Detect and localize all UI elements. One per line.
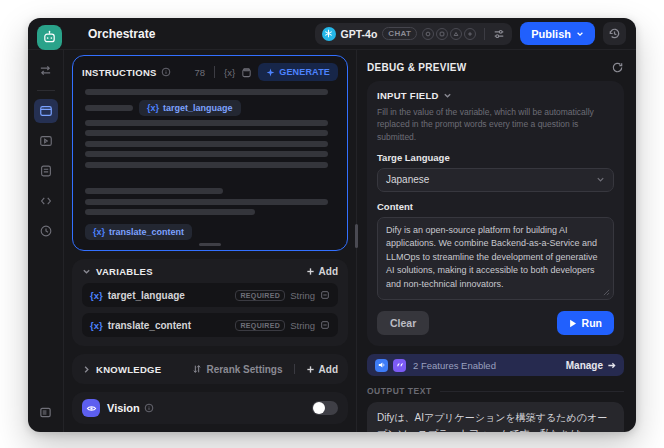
model-name: GPT-4o bbox=[341, 28, 378, 40]
model-selector[interactable]: GPT-4o CHAT bbox=[315, 23, 513, 45]
arrow-right-icon bbox=[607, 361, 616, 370]
chevron-right-icon[interactable] bbox=[82, 365, 91, 374]
app-switcher-icon[interactable] bbox=[34, 58, 58, 82]
variable-row[interactable]: {x} target_language REQUIRED String bbox=[82, 283, 338, 307]
capability-icon bbox=[422, 28, 434, 40]
capability-icon bbox=[464, 28, 476, 40]
instructions-editor[interactable]: INSTRUCTIONS 78 {x} GENERATE bbox=[72, 55, 348, 251]
refresh-icon[interactable] bbox=[611, 61, 624, 74]
publish-button[interactable]: Publish bbox=[520, 22, 595, 45]
left-icon-sidebar bbox=[28, 50, 64, 432]
top-bar: Orchestrate GPT-4o CHAT bbox=[28, 18, 636, 50]
add-variable-button[interactable]: Add bbox=[306, 266, 338, 277]
sidebar-item-history[interactable] bbox=[34, 219, 58, 243]
rerank-icon bbox=[192, 364, 202, 374]
manage-label: Manage bbox=[566, 360, 603, 371]
model-params-icon[interactable] bbox=[493, 28, 505, 40]
model-mode-badge: CHAT bbox=[382, 27, 417, 40]
knowledge-title: KNOWLEDGE bbox=[96, 364, 161, 375]
clear-button[interactable]: Clear bbox=[377, 311, 429, 335]
redacted-text-line bbox=[85, 162, 328, 168]
variable-type: String bbox=[290, 320, 315, 331]
target-language-select[interactable]: Japanese bbox=[377, 168, 614, 192]
divider bbox=[214, 66, 215, 78]
input-field-header[interactable]: INPUT FIELD bbox=[377, 90, 614, 101]
openai-logo-icon bbox=[322, 27, 336, 41]
sidebar-item-logs[interactable] bbox=[34, 159, 58, 183]
variables-section: VARIABLES Add {x} target_language REQUIR… bbox=[72, 259, 348, 346]
model-capability-icons bbox=[422, 28, 476, 40]
instructions-content: {x} target_language {x} bbox=[73, 85, 347, 240]
output-text-header: OUTPUT TEXT bbox=[367, 386, 624, 396]
variable-name: translate_content bbox=[108, 320, 191, 331]
plus-icon bbox=[306, 365, 315, 374]
variable-settings-icon[interactable] bbox=[320, 320, 330, 330]
collapse-panel-icon[interactable] bbox=[34, 400, 58, 424]
sidebar-item-preview[interactable] bbox=[34, 129, 58, 153]
capability-icon bbox=[450, 28, 462, 40]
add-label: Add bbox=[319, 364, 338, 375]
insert-variable-button[interactable]: {x} bbox=[224, 67, 235, 78]
eye-icon bbox=[82, 399, 100, 417]
citation-feature-icon bbox=[393, 359, 406, 372]
variables-title: VARIABLES bbox=[96, 266, 153, 277]
token-count: 78 bbox=[195, 67, 206, 78]
info-icon bbox=[161, 67, 171, 77]
play-icon bbox=[569, 319, 577, 328]
app-window: Orchestrate GPT-4o CHAT bbox=[28, 18, 636, 432]
topbar-actions: GPT-4o CHAT Publish bbox=[315, 22, 626, 45]
content-textarea[interactable]: Dify is an open-source platform for buil… bbox=[377, 217, 614, 301]
variable-token: {x} bbox=[90, 320, 103, 331]
page-title: Orchestrate bbox=[88, 27, 155, 41]
required-badge: REQUIRED bbox=[235, 320, 285, 331]
variable-chip[interactable]: {x} target_language bbox=[139, 100, 241, 116]
select-value: Japanese bbox=[386, 174, 429, 185]
output-text: Difyは、AIアプリケーションを構築するためのオープンソースプラットフォームで… bbox=[377, 410, 614, 432]
chevron-down-icon bbox=[596, 175, 605, 184]
generate-button[interactable]: GENERATE bbox=[258, 63, 338, 81]
vision-toggle[interactable] bbox=[312, 401, 338, 415]
sidebar-item-api[interactable] bbox=[34, 189, 58, 213]
instructions-title: INSTRUCTIONS bbox=[82, 67, 157, 78]
resize-handle[interactable] bbox=[199, 243, 221, 246]
plus-icon bbox=[306, 267, 315, 276]
knowledge-section: KNOWLEDGE Rerank Settings Add bbox=[72, 354, 348, 384]
divider bbox=[37, 90, 55, 91]
publish-label: Publish bbox=[531, 28, 571, 40]
redacted-text-line bbox=[85, 188, 223, 194]
version-history-button[interactable] bbox=[603, 22, 626, 45]
variable-token: {x} bbox=[93, 227, 105, 237]
output-text-title: OUTPUT TEXT bbox=[367, 386, 432, 396]
input-field-title: INPUT FIELD bbox=[377, 90, 439, 101]
sparkle-icon bbox=[266, 68, 275, 77]
output-result-card: Difyは、AIアプリケーションを構築するためのオープンソースプラットフォームで… bbox=[367, 402, 624, 432]
copy-icon[interactable] bbox=[241, 67, 252, 78]
sidebar-item-orchestrate[interactable] bbox=[34, 99, 58, 123]
features-banner[interactable]: 2 Features Enabled Manage bbox=[367, 354, 624, 376]
variable-chip[interactable]: {x} translate_content bbox=[85, 224, 192, 240]
variable-chip-label: target_language bbox=[163, 103, 233, 113]
redacted-text-line bbox=[85, 209, 255, 215]
capability-icon bbox=[436, 28, 448, 40]
run-button[interactable]: Run bbox=[557, 311, 614, 335]
required-badge: REQUIRED bbox=[235, 290, 285, 301]
orchestrate-panel: INSTRUCTIONS 78 {x} GENERATE bbox=[64, 50, 356, 432]
chevron-down-icon[interactable] bbox=[82, 267, 91, 276]
vision-title: Vision bbox=[107, 402, 140, 414]
redacted-text-line bbox=[85, 141, 328, 147]
app-robot-icon[interactable] bbox=[37, 25, 62, 50]
generate-label: GENERATE bbox=[279, 67, 330, 77]
resize-corner-icon[interactable] bbox=[603, 289, 610, 296]
rerank-settings-button[interactable]: Rerank Settings bbox=[192, 364, 282, 375]
add-knowledge-button[interactable]: Add bbox=[306, 364, 338, 375]
run-label: Run bbox=[582, 317, 602, 329]
panel-resize-handle[interactable] bbox=[355, 224, 358, 248]
variable-settings-icon[interactable] bbox=[320, 290, 330, 300]
redacted-text-line bbox=[85, 151, 328, 157]
debug-preview-panel: DEBUG & PREVIEW INPUT FIELD Fill in the … bbox=[357, 50, 636, 432]
variable-row[interactable]: {x} translate_content REQUIRED String bbox=[82, 313, 338, 337]
divider bbox=[484, 28, 485, 40]
content-text: Dify is an open-source platform for buil… bbox=[386, 225, 598, 289]
redacted-text-line bbox=[85, 89, 328, 95]
manage-features-button[interactable]: Manage bbox=[566, 360, 616, 371]
